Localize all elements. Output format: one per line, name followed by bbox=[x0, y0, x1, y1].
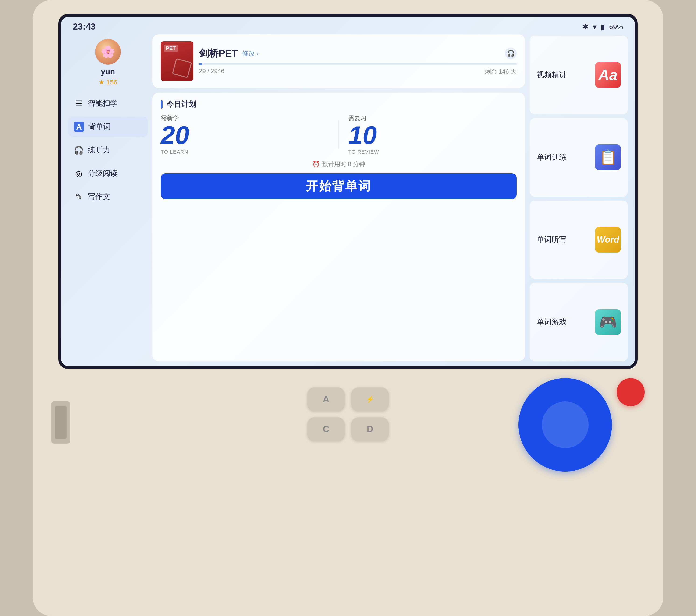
book-cover-label: PET bbox=[164, 45, 178, 52]
headphone-icon: 🎧 bbox=[507, 49, 515, 57]
review-sublabel: TO REVIEW bbox=[348, 149, 379, 155]
user-score: ★ 156 bbox=[98, 78, 117, 86]
sidebar-item-label-read: 分级阅读 bbox=[88, 168, 118, 179]
screen-bezel: 23:43 ✱ ▾ ▮ 69% 🌸 yun bbox=[58, 14, 638, 369]
word-text: Word bbox=[597, 234, 619, 245]
feature-card-game[interactable]: 单词游戏 🎮 bbox=[530, 283, 628, 361]
feature-label-dictation: 单词听写 bbox=[537, 234, 567, 245]
word-icon-container: Word bbox=[595, 227, 621, 253]
book-card: PET 剑桥PET 修改 › bbox=[152, 34, 525, 88]
plan-divider bbox=[338, 121, 339, 149]
book-cover: PET bbox=[161, 41, 193, 81]
feature-label-game: 单词游戏 bbox=[537, 317, 567, 327]
device: 23:43 ✱ ▾ ▮ 69% 🌸 yun bbox=[33, 0, 663, 616]
wifi-icon: ▾ bbox=[593, 22, 597, 31]
dictation-icon-area: Word bbox=[595, 227, 621, 253]
clock-icon: ⏰ bbox=[312, 161, 320, 168]
learn-sublabel: TO LEARN bbox=[161, 149, 188, 155]
read-icon: ◎ bbox=[74, 169, 84, 178]
gamepad-icon: 🎮 bbox=[599, 314, 617, 330]
battery-percentage: 69% bbox=[609, 23, 623, 31]
edit-label: 修改 bbox=[242, 49, 255, 58]
button-a[interactable]: A bbox=[307, 388, 345, 411]
sidebar-item-label-listen: 练听力 bbox=[88, 145, 110, 155]
plan-stat-review: 需复习 10 TO REVIEW bbox=[348, 114, 517, 155]
button-b[interactable]: ⚡ bbox=[351, 388, 389, 411]
sidebar-item-label-write: 写作文 bbox=[88, 192, 110, 202]
status-icons: ✱ ▾ ▮ 69% bbox=[582, 22, 623, 31]
main-layout: 🌸 yun ★ 156 ☰ 智能扫学 bbox=[61, 34, 635, 366]
feature-card-vocab-train[interactable]: 单词训练 📋 bbox=[530, 118, 628, 197]
joystick[interactable] bbox=[519, 378, 612, 471]
learn-number: 20 bbox=[161, 122, 189, 148]
aa-icon: Aa bbox=[598, 66, 618, 84]
feature-label-video: 视频精讲 bbox=[537, 70, 567, 80]
button-group: A ⚡ C D bbox=[307, 388, 389, 441]
sidebar-item-label-scan: 智能扫学 bbox=[88, 98, 118, 109]
book-icon: 📋 bbox=[599, 149, 617, 166]
device-bottom: A ⚡ C D bbox=[33, 369, 663, 616]
plan-title: 今日计划 bbox=[161, 99, 517, 110]
sidebar-item-read[interactable]: ◎ 分级阅读 bbox=[68, 163, 147, 184]
sidebar-item-scan[interactable]: ☰ 智能扫学 bbox=[68, 93, 147, 114]
write-icon: ✎ bbox=[74, 192, 84, 201]
progress-bar-fill bbox=[199, 63, 202, 65]
sidebar-item-write[interactable]: ✎ 写作文 bbox=[68, 187, 147, 207]
right-panel: 视频精讲 Aa 单词训练 📋 单词听写 bbox=[530, 34, 628, 361]
time-estimate: ⏰ 预计用时 8 分钟 bbox=[161, 160, 517, 168]
card-slot-inner bbox=[55, 406, 66, 439]
bluetooth-icon: ✱ bbox=[582, 22, 588, 31]
card-slot bbox=[51, 402, 70, 443]
progress-days: 剩余 146 天 bbox=[485, 67, 517, 76]
joystick-inner bbox=[542, 402, 588, 448]
button-c[interactable]: C bbox=[307, 417, 345, 441]
feature-card-dictation[interactable]: 单词听写 Word bbox=[530, 200, 628, 279]
battery-icon: ▮ bbox=[601, 22, 605, 31]
today-plan: 今日计划 需新学 20 TO LEARN 需复习 10 bbox=[152, 93, 525, 361]
review-number: 10 bbox=[348, 122, 377, 148]
avatar: 🌸 bbox=[95, 39, 121, 65]
user-avatar-area: 🌸 yun ★ 156 bbox=[95, 39, 121, 86]
sidebar-item-listen[interactable]: 🎧 练听力 bbox=[68, 140, 147, 160]
avatar-inner: 🌸 bbox=[95, 39, 121, 65]
scan-icon: ☰ bbox=[74, 99, 84, 108]
screen: 23:43 ✱ ▾ ▮ 69% 🌸 yun bbox=[61, 17, 635, 366]
time-estimate-text: 预计用时 8 分钟 bbox=[322, 160, 365, 168]
chevron-right-icon: › bbox=[256, 50, 258, 57]
status-bar: 23:43 ✱ ▾ ▮ 69% bbox=[61, 17, 635, 34]
button-row-bottom: C D bbox=[307, 417, 389, 441]
book-cover-design bbox=[172, 58, 192, 78]
sidebar: 🌸 yun ★ 156 ☰ 智能扫学 bbox=[68, 34, 147, 361]
vocab-icon-area: 📋 bbox=[595, 145, 621, 170]
sidebar-nav: ☰ 智能扫学 A 背单词 🎧 练听力 bbox=[68, 93, 147, 207]
game-icon-area: 🎮 bbox=[595, 309, 621, 335]
start-button[interactable]: 开始背单词 bbox=[161, 174, 517, 199]
listen-icon: 🎧 bbox=[74, 145, 84, 155]
button-row-top: A ⚡ bbox=[307, 388, 389, 411]
red-button[interactable] bbox=[617, 378, 645, 406]
headphone-button[interactable]: 🎧 bbox=[505, 48, 517, 59]
sidebar-item-vocab[interactable]: A 背单词 bbox=[68, 116, 147, 137]
feature-label-vocab-train: 单词训练 bbox=[537, 152, 567, 162]
vocab-icon: A bbox=[74, 121, 84, 132]
book-edit-button[interactable]: 修改 › bbox=[242, 49, 258, 58]
book-title: 剑桥PET bbox=[199, 47, 238, 60]
button-d[interactable]: D bbox=[351, 417, 389, 441]
score-star-icon: ★ bbox=[98, 78, 105, 86]
progress-bar-container bbox=[199, 63, 517, 65]
progress-count: 29 / 2946 bbox=[199, 67, 224, 76]
progress-text-row: 29 / 2946 剩余 146 天 bbox=[199, 67, 517, 76]
book-info: 剑桥PET 修改 › 🎧 bbox=[199, 47, 517, 76]
user-name: yun bbox=[101, 67, 115, 76]
video-icon-area: Aa bbox=[595, 62, 621, 88]
book-header: PET 剑桥PET 修改 › bbox=[161, 41, 517, 81]
status-time: 23:43 bbox=[73, 22, 96, 32]
score-value: 156 bbox=[106, 79, 117, 86]
book-title-row: 剑桥PET 修改 › 🎧 bbox=[199, 47, 517, 60]
plan-stat-learn: 需新学 20 TO LEARN bbox=[161, 114, 329, 155]
feature-card-video[interactable]: 视频精讲 Aa bbox=[530, 36, 628, 114]
sidebar-item-label-vocab: 背单词 bbox=[88, 121, 111, 132]
plan-stats: 需新学 20 TO LEARN 需复习 10 TO REVIEW bbox=[161, 114, 517, 155]
center-content: PET 剑桥PET 修改 › bbox=[152, 34, 525, 361]
